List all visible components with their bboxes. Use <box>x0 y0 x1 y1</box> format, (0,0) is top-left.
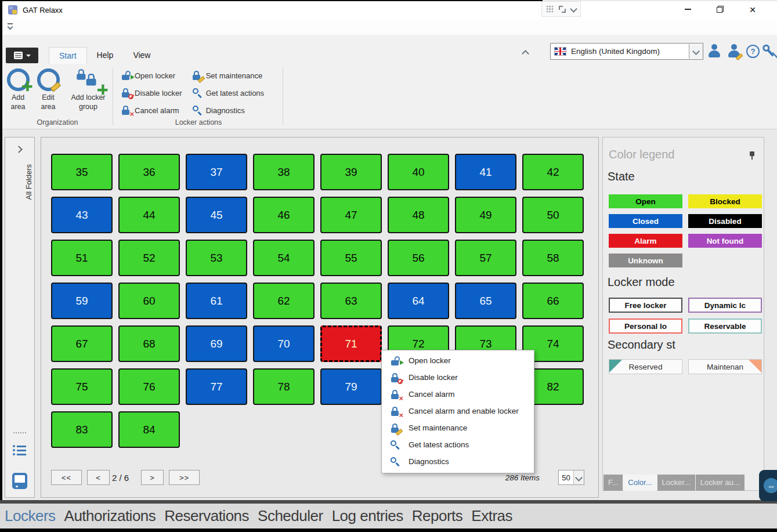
locker-66[interactable]: 66 <box>522 283 584 319</box>
locker-53[interactable]: 53 <box>186 240 247 276</box>
qat-customize-button[interactable] <box>6 23 14 30</box>
panel-tab-color[interactable]: Color... <box>623 475 656 491</box>
pagination-prev-button[interactable]: < <box>87 470 110 485</box>
pagination-last-button[interactable]: >> <box>169 470 200 485</box>
locker-55[interactable]: 55 <box>320 240 382 276</box>
add-area-button[interactable]: Add area <box>5 65 31 114</box>
tab-help[interactable]: Help <box>87 47 124 64</box>
get-latest-actions-button[interactable]: Get latest actions <box>189 85 268 101</box>
restore-button[interactable] <box>707 1 733 17</box>
locker-79[interactable]: 79 <box>320 368 382 405</box>
locker-41[interactable]: 41 <box>455 154 516 190</box>
menu-item-diagnostics[interactable]: Diagnostics <box>382 453 534 470</box>
key-button[interactable] <box>761 44 776 60</box>
locker-45[interactable]: 45 <box>186 197 247 233</box>
resize-icon[interactable] <box>559 6 566 13</box>
locker-76[interactable]: 76 <box>118 368 180 405</box>
locker-50[interactable]: 50 <box>522 197 584 233</box>
locker-60[interactable]: 60 <box>118 283 180 319</box>
locker-77[interactable]: 77 <box>186 368 247 405</box>
locker-48[interactable]: 48 <box>388 197 449 233</box>
locker-36[interactable]: 36 <box>118 154 180 190</box>
locker-44[interactable]: 44 <box>118 197 180 233</box>
locker-59[interactable]: 59 <box>51 283 113 319</box>
locker-38[interactable]: 38 <box>253 154 315 190</box>
nav-item-reservations[interactable]: Reservations <box>164 507 249 525</box>
tab-start[interactable]: Start <box>49 47 87 64</box>
menu-item-get-latest-actions[interactable]: Get latest actions <box>382 436 534 453</box>
locker-42[interactable]: 42 <box>522 154 584 190</box>
locker-58[interactable]: 58 <box>522 240 584 276</box>
locker-43[interactable]: 43 <box>51 197 113 233</box>
locker-71[interactable]: 71 <box>320 325 382 362</box>
open-locker-button[interactable]: Open locker <box>118 67 186 84</box>
locker-63[interactable]: 63 <box>320 283 382 319</box>
user-button[interactable] <box>707 44 722 60</box>
locker-47[interactable]: 47 <box>320 197 382 233</box>
pin-icon[interactable] <box>749 151 756 160</box>
panel-tab-locker-au[interactable]: Locker au... <box>696 475 745 491</box>
locker-35[interactable]: 35 <box>51 154 113 190</box>
diagnostics-button[interactable]: Diagnostics <box>189 102 268 118</box>
page-size-select[interactable]: 50 <box>558 470 584 485</box>
locker-62[interactable]: 62 <box>253 283 315 319</box>
table-icon[interactable] <box>546 5 554 13</box>
page-size-dropdown[interactable] <box>573 471 584 484</box>
app-menu-button[interactable] <box>6 48 38 63</box>
locker-54[interactable]: 54 <box>253 240 315 276</box>
user-edit-button[interactable] <box>727 44 742 60</box>
teamviewer-icon[interactable]: ⇔ <box>759 470 777 501</box>
locker-67[interactable]: 67 <box>51 325 113 362</box>
nav-item-log-entries[interactable]: Log entries <box>332 507 403 525</box>
minimize-button[interactable] <box>674 1 701 17</box>
locker-70[interactable]: 70 <box>253 325 315 362</box>
locker-69[interactable]: 69 <box>186 325 247 362</box>
panel-tab-f[interactable]: F... <box>603 475 623 491</box>
language-select[interactable]: English (United Kingdom) <box>550 43 703 60</box>
nav-item-extras[interactable]: Extras <box>471 507 512 525</box>
edit-area-button[interactable]: Edit area <box>35 65 62 114</box>
help-button[interactable] <box>746 45 760 60</box>
locker-51[interactable]: 51 <box>51 240 113 276</box>
pagination-next-button[interactable]: > <box>141 470 164 485</box>
menu-item-disable-locker[interactable]: Disable locker <box>382 369 534 386</box>
panel-tab-locker[interactable]: Locker... <box>657 475 695 491</box>
locker-46[interactable]: 46 <box>253 197 315 233</box>
list-icon[interactable] <box>13 445 27 456</box>
menu-item-open-locker[interactable]: Open locker <box>382 352 534 369</box>
nav-item-reports[interactable]: Reports <box>412 507 463 525</box>
locker-65[interactable]: 65 <box>455 283 516 319</box>
nav-item-scheduler[interactable]: Scheduler <box>258 507 323 525</box>
chevron-right-icon[interactable] <box>15 146 23 153</box>
locker-68[interactable]: 68 <box>118 325 180 362</box>
locker-49[interactable]: 49 <box>455 197 516 233</box>
locker-64[interactable]: 64 <box>388 283 449 319</box>
locker-78[interactable]: 78 <box>253 368 315 405</box>
locker-75[interactable]: 75 <box>51 368 113 405</box>
locker-40[interactable]: 40 <box>388 154 449 190</box>
disable-locker-button[interactable]: Disable locker <box>118 85 186 101</box>
sidebar-label-all-folders[interactable]: All Folders <box>24 164 33 200</box>
locker-56[interactable]: 56 <box>388 240 449 276</box>
cancel-alarm-button[interactable]: Cancel alarm <box>118 102 186 118</box>
locker-61[interactable]: 61 <box>186 283 247 319</box>
pagination-first-button[interactable]: << <box>51 470 82 485</box>
nav-item-authorizations[interactable]: Authorizations <box>64 507 156 525</box>
terminal-icon[interactable] <box>12 473 27 489</box>
language-dropdown-button[interactable] <box>689 44 703 59</box>
nav-item-lockers[interactable]: Lockers <box>5 507 56 525</box>
menu-item-set-maintenance[interactable]: Set maintenance <box>382 419 534 436</box>
locker-57[interactable]: 57 <box>455 240 516 276</box>
locker-39[interactable]: 39 <box>320 154 382 190</box>
locker-83[interactable]: 83 <box>51 411 113 448</box>
locker-37[interactable]: 37 <box>186 154 247 190</box>
close-button[interactable]: × <box>739 1 766 17</box>
menu-item-cancel-alarm[interactable]: Cancel alarm <box>382 386 534 403</box>
locker-84[interactable]: 84 <box>118 411 180 448</box>
set-maintenance-button[interactable]: Set maintenance <box>189 67 268 84</box>
locker-52[interactable]: 52 <box>118 240 180 276</box>
tab-view[interactable]: View <box>123 47 160 64</box>
add-locker-group-button[interactable]: Add locker group <box>65 65 111 114</box>
menu-item-cancel-alarm-and-enable-locker[interactable]: Cancel alarm and enable locker <box>382 403 534 419</box>
chevron-down-icon[interactable] <box>570 5 577 13</box>
